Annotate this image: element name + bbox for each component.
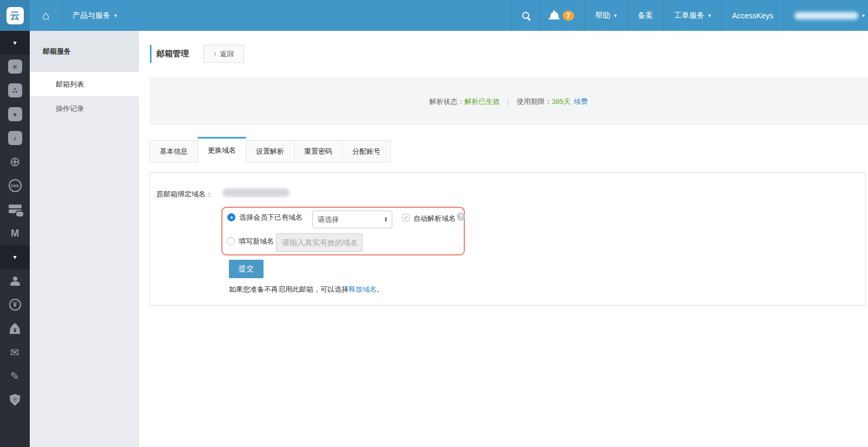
radio-existing-domain[interactable] — [227, 213, 235, 221]
home-icon: ⌂ — [42, 10, 49, 22]
renew-link[interactable]: 续费 — [574, 97, 588, 107]
beian-link[interactable]: 备案 — [627, 0, 663, 31]
account-menu[interactable]: ▾ — [784, 0, 868, 31]
chevron-down-icon: ▾ — [708, 12, 711, 18]
sidebar-item-m-product[interactable]: M — [0, 221, 30, 245]
sidebar-item-storage[interactable] — [0, 198, 30, 221]
back-button[interactable]: ↑ 返回 — [203, 45, 244, 63]
sidebar-item-messages[interactable]: ✉ — [0, 340, 30, 364]
navbar-right-group: 7 帮助 ▾ 备案 工单服务 ▾ AccessKeys ▾ — [511, 0, 868, 31]
yuan-icon: ¥ — [9, 299, 21, 311]
help-menu[interactable]: 帮助 ▾ — [584, 0, 627, 31]
products-menu-label: 产品与服务 — [73, 11, 110, 21]
usage-period-value: 385天 — [552, 97, 571, 107]
top-navbar: 云 ⌂ 产品与服务 ▾ 7 帮助 ▾ 备案 工单服务 ▾ AccessKeys — [0, 0, 868, 31]
tab-bar: 基本信息 更换域名 设置解析 重置密码 分配账号 — [149, 137, 391, 162]
select-updown-icon: ▴▾ — [385, 217, 387, 222]
sidebar-item-billing[interactable]: ¥ — [0, 293, 30, 317]
help-question-icon[interactable]: ? — [457, 213, 465, 221]
m-product-icon: M — [11, 228, 19, 239]
products-menu[interactable]: 产品与服务 ▾ — [62, 0, 127, 31]
tab-assign-account[interactable]: 分配账号 — [342, 140, 391, 162]
tab-set-resolution[interactable]: 设置解析 — [246, 140, 294, 162]
moneybag-icon: ¥ — [9, 323, 21, 334]
media-icon: ♪ — [8, 131, 22, 145]
bell-icon — [550, 12, 558, 18]
account-chevron-icon: ▾ — [862, 12, 865, 18]
scaling-icon: + — [8, 107, 22, 121]
sidebar-group-toggle-1[interactable]: ▾ — [0, 31, 30, 55]
product-icon-sidebar: ▾ ≡ ∴ + ♪ ⊕ DNS M ▾ ¥ ¥ ✉ ✎ ☰ — [0, 31, 30, 447]
main-content: 邮箱管理 ↑ 返回 解析状态： 解析已生效 | 使用期限： 385天 续费 基本… — [139, 31, 868, 447]
pencil-icon: ✎ — [10, 371, 19, 382]
cloud-logo-icon: 云 — [6, 7, 24, 24]
notifications-button[interactable]: 7 — [540, 0, 584, 31]
accesskeys-link[interactable]: AccessKeys — [721, 0, 784, 31]
release-domain-hint: 如果您准备不再启用此邮箱，可以选择释放域名。 — [229, 285, 384, 294]
page-title: 邮箱管理 — [156, 49, 189, 59]
usage-period-label: 使用期限： — [517, 97, 552, 107]
storage-icon — [9, 205, 22, 214]
dns-icon: DNS — [9, 179, 22, 192]
share-nodes-icon: ∴ — [8, 83, 22, 97]
tab-basic-info[interactable]: 基本信息 — [149, 140, 198, 162]
search-icon — [522, 12, 529, 19]
mail-icon: ✉ — [10, 347, 19, 358]
globe-icon: ⊕ — [9, 155, 20, 168]
sidebar-item-operation-log[interactable]: 操作记录 — [30, 96, 139, 121]
beian-label: 备案 — [638, 11, 653, 21]
page-header: 邮箱管理 ↑ 返回 — [150, 45, 244, 63]
auto-resolve-label: 自动解析域名 — [413, 214, 456, 224]
sidebar-item-network[interactable]: ⊕ — [0, 150, 30, 174]
chevron-down-icon: ▾ — [614, 12, 617, 18]
accesskeys-label: AccessKeys — [732, 11, 773, 20]
chevron-down-icon: ▾ — [13, 39, 16, 47]
hint-text-after: 。 — [377, 285, 384, 293]
radio-existing-domain-label: 选择会员下已有域名 — [239, 213, 303, 222]
submit-button[interactable]: 提交 — [229, 260, 264, 278]
notification-badge: 7 — [563, 11, 574, 21]
release-domain-link[interactable]: 释放域名 — [348, 285, 377, 293]
ticket-service-menu[interactable]: 工单服务 ▾ — [663, 0, 721, 31]
chevron-down-icon: ▾ — [13, 253, 16, 261]
resolve-status-label: 解析状态： — [429, 97, 464, 107]
blurred-domain-value — [222, 188, 290, 197]
secondary-sidebar: 邮箱服务 邮箱列表 操作记录 — [30, 31, 139, 447]
sidebar-item-edit[interactable]: ✎ — [0, 364, 30, 388]
change-domain-panel: 原邮箱绑定域名： 选择会员下已有域名 请选择 ▴▾ ✓ 自动解析域名 ? 填写新… — [149, 172, 866, 306]
sidebar-group-toggle-2[interactable]: ▾ — [0, 245, 30, 269]
search-button[interactable] — [511, 0, 540, 31]
title-accent-bar — [150, 45, 152, 63]
sidebar-item-scaling[interactable]: + — [0, 102, 30, 126]
sidebar-section-header: 邮箱服务 — [30, 31, 139, 72]
check-icon: ✓ — [403, 214, 408, 221]
back-button-label: 返回 — [220, 49, 234, 59]
sidebar-item-console[interactable]: ≡ — [0, 55, 30, 78]
brand-logo[interactable]: 云 — [0, 0, 30, 31]
radio-new-domain-label: 填写新域名 — [239, 236, 274, 246]
bound-domain-label: 原邮箱绑定域名： — [156, 189, 213, 199]
sidebar-item-dns[interactable]: DNS — [0, 174, 30, 198]
help-menu-label: 帮助 — [595, 11, 610, 21]
new-domain-input[interactable] — [276, 233, 363, 252]
sidebar-item-mailbox-list[interactable]: 邮箱列表 — [30, 72, 139, 96]
status-bar: 解析状态： 解析已生效 | 使用期限： 385天 续费 — [149, 77, 868, 126]
tab-change-domain[interactable]: 更换域名 — [198, 137, 246, 162]
blurred-account-name — [794, 12, 858, 19]
sidebar-item-funds[interactable]: ¥ — [0, 317, 30, 340]
sidebar-item-security[interactable]: ☰ — [0, 388, 30, 412]
sidebar-item-account[interactable] — [0, 269, 30, 293]
home-button[interactable]: ⌂ — [30, 0, 62, 31]
radio-new-domain[interactable] — [227, 237, 235, 245]
console-icon: ≡ — [8, 60, 22, 74]
shield-icon: ☰ — [10, 394, 21, 406]
sidebar-item-api[interactable]: ∴ — [0, 78, 30, 102]
hint-text-before: 如果您准备不再启用此邮箱，可以选择 — [229, 285, 348, 293]
user-icon — [10, 277, 20, 286]
resolve-status-value: 解析已生效 — [464, 97, 499, 107]
tab-reset-password[interactable]: 重置密码 — [294, 140, 343, 162]
arrow-up-icon: ↑ — [213, 50, 217, 58]
domain-select[interactable]: 请选择 ▴▾ — [312, 211, 392, 228]
sidebar-item-media[interactable]: ♪ — [0, 126, 30, 150]
auto-resolve-checkbox[interactable]: ✓ — [402, 214, 410, 221]
